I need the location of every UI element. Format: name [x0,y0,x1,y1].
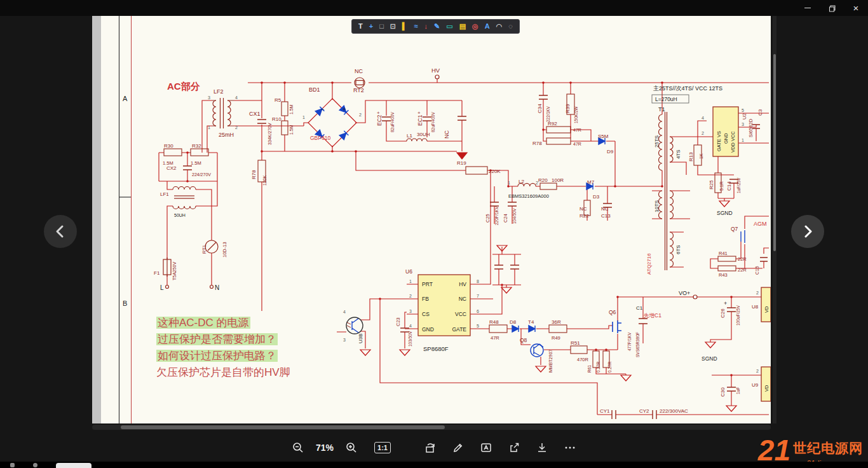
lasso-tool[interactable]: ◌ [508,23,513,30]
previous-image-button[interactable] [44,215,77,248]
schematic-label: R20 [538,177,548,183]
schematic-label: 47R [573,128,581,132]
minimize-button[interactable] [796,0,820,16]
schematic-label: C24 [503,214,508,223]
pencil-icon [452,441,465,454]
actual-size-button[interactable]: 1:1 [370,438,395,457]
start-button-icon[interactable] [10,463,15,467]
schematic-label: 10TS [654,200,660,212]
image-text-icon [480,441,492,454]
schematic-label: 1 [508,181,510,185]
more-button[interactable] [560,438,580,457]
zoom-out-button[interactable] [288,438,308,457]
schematic-label: Q7 [731,226,738,232]
schematic-label: 1 [409,279,412,284]
arrow-tool[interactable]: ↓ [424,23,428,30]
schematic-label: 50UH [174,213,186,217]
schematic-label: 22R [738,267,747,273]
schematic-label: RT2 [353,87,364,93]
schematic-label: 477P/1KV [627,332,632,351]
schematic-label: 0.27R [596,361,600,373]
highlight-tool[interactable]: ▍ [402,23,407,30]
schematic-label: EC1 [417,114,423,126]
next-image-button[interactable] [791,215,824,248]
schematic-label: BD1 [309,86,320,93]
schematic-label: R41 [719,251,728,256]
pen-tool[interactable]: ✎ [434,23,440,30]
schematic-label: 30UH [417,132,430,137]
schematic-label: C23 [395,317,401,326]
font-tool[interactable]: A [485,23,490,30]
restore-icon [827,4,836,13]
schematic-label: 2 [702,131,704,135]
schematic-label: U3B [358,333,363,343]
close-icon: × [853,3,859,13]
minimize-icon [804,8,811,8]
close-button[interactable]: × [844,0,868,16]
schematic-label: 470R [577,357,589,362]
rect-tool[interactable]: ▭ [446,23,452,30]
schematic-label: 47R [491,335,499,341]
titlebar: × [0,0,868,16]
schematic-label: 5 [477,324,479,328]
taskbar[interactable] [0,462,868,468]
schematic-label: RT1 [201,245,207,254]
schematic-label: 6TS [675,245,681,254]
vertical-scrollbar[interactable] [773,16,776,423]
schematic-label: 5 [742,108,744,113]
schematic-label: 1.5M [289,104,294,114]
schematic-label: 2 [756,291,759,295]
horizontal-scrollbar[interactable] [92,425,771,430]
text-tool[interactable]: T [358,23,363,30]
schematic-label: B [123,299,127,307]
schematic-label: C1 [636,305,643,311]
annotation-toolbar: T+□⊡▍≈↓✎▭▤◎A◠◌ [351,19,520,34]
schematic-label: GND [422,326,434,333]
horizontal-scroll-thumb[interactable] [121,425,445,429]
viewer-left-margin [92,16,101,423]
share-icon [508,441,520,454]
schematic-label: 4 [409,324,412,328]
schematic-label: MMBT2907 [548,350,553,373]
edit-button[interactable] [449,438,468,457]
schematic-label: D8 [510,319,517,325]
taskbar-search-box[interactable] [56,463,92,468]
vertical-scroll-thumb[interactable] [773,54,776,251]
schematic-label: GND [723,133,729,144]
note-line: 这种AC-DC 的电源 [156,315,290,331]
tag-tool[interactable]: ▤ [459,23,466,30]
schematic-label: U6 [405,268,412,275]
restore-button[interactable] [820,0,844,16]
schematic-label: 82uF/400V [390,112,395,132]
zoom-in-icon [345,441,358,454]
download-button[interactable] [532,438,552,457]
schematic-label: L=270uH [655,96,677,102]
schematic-label: R19 [457,160,466,166]
add-tool[interactable]: + [369,23,373,30]
schematic-label: GBP610 [310,135,330,141]
schematic-label: D3 [593,194,600,200]
schematic-label: 4 [343,310,346,314]
schematic-label: 222/1KV [546,106,550,122]
circle-tool[interactable]: ◎ [472,23,478,30]
wave-tool[interactable]: ≈ [414,23,418,30]
schematic-label: 25mH [219,132,234,138]
arc-tool[interactable]: ◠ [496,23,503,30]
schematic-label: 25TS [654,135,660,148]
schematic-label: D9 [607,149,614,155]
crop-tool[interactable]: ⊡ [390,23,396,30]
schematic-label: GATE [452,326,466,333]
share-button[interactable] [505,438,524,457]
actual-size-label: 1:1 [374,442,391,453]
schematic-label: 4TS [675,149,681,159]
ocr-button[interactable] [477,438,496,457]
rotate-button[interactable] [421,438,440,457]
schematic-label: T1 [658,106,665,113]
download-icon [536,441,548,454]
zoom-in-button[interactable] [342,438,361,457]
schematic-label: NC [459,296,466,302]
search-icon[interactable] [33,463,37,467]
select-tool[interactable]: □ [379,23,384,30]
schematic-label: M7 [587,179,595,185]
schematic-label: R43 [719,272,728,278]
